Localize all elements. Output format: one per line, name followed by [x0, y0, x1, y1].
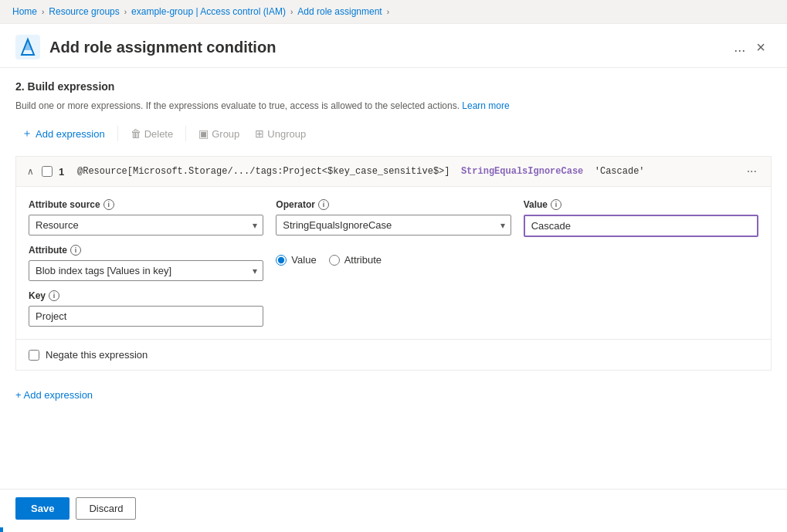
- add-expression-label: Add expression: [36, 128, 105, 140]
- operator-label: Operator i: [276, 199, 511, 210]
- attribute-info-icon[interactable]: i: [70, 245, 81, 256]
- panel-content: 2. Build expression Build one or more ex…: [0, 68, 787, 489]
- panel-title: Add role assignment condition: [49, 39, 723, 56]
- ungroup-icon: ⊞: [255, 127, 264, 140]
- value-radio[interactable]: [276, 255, 287, 266]
- operator-info-icon[interactable]: i: [318, 199, 329, 210]
- add-expression-bottom-label: + Add expression: [15, 389, 93, 401]
- formula-prefix: @Resource[Microsoft.Storage/.../tags:Pro…: [77, 166, 449, 177]
- group-icon: ▣: [198, 127, 209, 140]
- negate-label[interactable]: Negate this expression: [46, 349, 148, 361]
- collapse-button[interactable]: ∧: [25, 164, 36, 178]
- formula-string-val: 'Cascade': [589, 166, 645, 177]
- plus-icon: ＋: [22, 127, 32, 141]
- ungroup-button[interactable]: ⊞ Ungroup: [249, 124, 312, 143]
- add-expression-bottom-button[interactable]: + Add expression: [15, 386, 93, 404]
- key-label: Key i: [29, 290, 263, 301]
- section-description: Build one or more expressions. If the ex…: [15, 99, 772, 113]
- attribute-select[interactable]: Blob index tags [Values in key] Containe…: [29, 260, 263, 281]
- key-input[interactable]: [29, 306, 263, 327]
- expression-formula: @Resource[Microsoft.Storage/.../tags:Pro…: [77, 166, 736, 177]
- attribute-radio[interactable]: [329, 255, 340, 266]
- breadcrumb-example-group[interactable]: example-group | Access control (IAM): [131, 6, 286, 17]
- attribute-select-wrapper: Blob index tags [Values in key] Containe…: [29, 260, 263, 281]
- delete-button[interactable]: 🗑 Delete: [124, 124, 180, 143]
- toolbar-sep-2: [185, 126, 186, 141]
- breadcrumb-sep-2: ›: [124, 8, 127, 16]
- expression-body: Attribute source i Resource Request Envi…: [16, 187, 771, 339]
- learn-more-link[interactable]: Learn more: [462, 100, 509, 111]
- main-panel: Add role assignment condition ... × 2. B…: [0, 24, 787, 527]
- delete-icon: 🗑: [131, 127, 141, 140]
- toolbar: ＋ Add expression 🗑 Delete ▣ Group ⊞ Ungr…: [15, 124, 772, 144]
- breadcrumb-current: Add role assignment: [297, 6, 382, 17]
- formula-func-name: StringEqualsIgnoreCase: [456, 166, 584, 177]
- negate-checkbox[interactable]: [29, 350, 39, 361]
- negate-section: Negate this expression: [16, 339, 771, 370]
- discard-button[interactable]: Discard: [76, 497, 136, 520]
- value-input[interactable]: [524, 215, 758, 237]
- panel-header: Add role assignment condition ... ×: [0, 24, 787, 68]
- attribute-source-label: Attribute source i: [29, 199, 263, 210]
- attribute-source-info-icon[interactable]: i: [103, 199, 114, 210]
- panel-close-button[interactable]: ×: [750, 36, 772, 59]
- operator-select[interactable]: StringEqualsIgnoreCase StringEquals Stri…: [276, 215, 511, 236]
- save-button[interactable]: Save: [15, 497, 70, 520]
- expression-more-button[interactable]: ···: [742, 163, 762, 180]
- left-column: Attribute source i Resource Request Envi…: [29, 199, 263, 327]
- azure-icon: [15, 35, 40, 59]
- breadcrumb-sep-4: ›: [387, 8, 389, 16]
- group-button[interactable]: ▣ Group: [192, 124, 246, 143]
- attribute-source-select[interactable]: Resource Request Environment: [29, 215, 263, 236]
- value-label: Value i: [524, 199, 758, 210]
- toolbar-sep-1: [117, 126, 118, 141]
- attribute-group: Attribute i Blob index tags [Values in k…: [29, 245, 263, 281]
- section-description-text: Build one or more expressions. If the ex…: [15, 100, 460, 111]
- add-expression-toolbar-button[interactable]: ＋ Add expression: [15, 124, 111, 144]
- breadcrumb-home[interactable]: Home: [12, 6, 37, 17]
- value-info-icon[interactable]: i: [551, 199, 561, 210]
- panel-footer: Save Discard: [0, 489, 787, 527]
- expression-fields: Attribute source i Resource Request Envi…: [29, 199, 758, 327]
- attribute-source-group: Attribute source i Resource Request Envi…: [29, 199, 263, 236]
- expression-1: ∧ 1 @Resource[Microsoft.Storage/.../tags…: [15, 156, 772, 371]
- delete-label: Delete: [144, 128, 174, 140]
- panel-menu-button[interactable]: ...: [729, 38, 750, 57]
- attribute-label: Attribute i: [29, 245, 263, 256]
- breadcrumb-sep-1: ›: [42, 8, 44, 16]
- operator-group: Operator i StringEqualsIgnoreCase String…: [276, 199, 511, 327]
- expression-checkbox[interactable]: [42, 166, 53, 177]
- section-heading: 2. Build expression: [15, 80, 772, 93]
- operator-select-wrapper: StringEqualsIgnoreCase StringEquals Stri…: [276, 215, 511, 236]
- breadcrumb-resource-groups[interactable]: Resource groups: [49, 6, 119, 17]
- attribute-source-select-wrapper: Resource Request Environment: [29, 215, 263, 236]
- add-expression-bottom: + Add expression: [15, 380, 772, 407]
- value-radio-label[interactable]: Value: [276, 254, 316, 266]
- key-group: Key i: [29, 290, 263, 327]
- group-label: Group: [212, 128, 239, 140]
- value-group: Value i: [524, 199, 758, 327]
- key-info-icon[interactable]: i: [49, 290, 59, 301]
- expression-number: 1: [59, 166, 71, 178]
- value-attribute-radio-group: Value Attribute: [276, 254, 511, 266]
- breadcrumb: Home › Resource groups › example-group |…: [0, 0, 787, 24]
- ungroup-label: Ungroup: [267, 128, 306, 140]
- expression-header: ∧ 1 @Resource[Microsoft.Storage/.../tags…: [16, 157, 771, 187]
- breadcrumb-sep-3: ›: [290, 8, 293, 16]
- attribute-radio-label[interactable]: Attribute: [329, 254, 382, 266]
